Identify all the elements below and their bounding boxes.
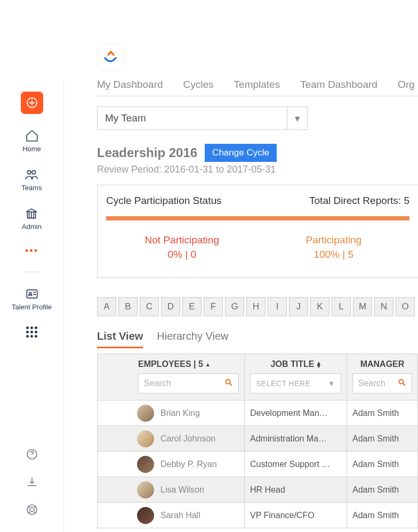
sidebar-item-home[interactable]: Home: [22, 129, 41, 153]
sidebar-item-label: Talent Profile: [12, 303, 52, 312]
job-title-cell: HR Head: [245, 477, 347, 502]
tab-cycles[interactable]: Cycles: [183, 79, 214, 91]
alpha-filter-k[interactable]: K: [310, 297, 329, 316]
admin-icon: [25, 207, 38, 220]
table-row[interactable]: Debby P. RyanCustomer Support …Adam Smit…: [98, 451, 418, 477]
alpha-filter-m[interactable]: M: [353, 297, 372, 316]
alpha-filter-l[interactable]: L: [332, 297, 351, 316]
table-row[interactable]: Lisa WilsonHR HeadAdam Smith: [98, 477, 418, 502]
team-select[interactable]: My Team ▾: [97, 107, 308, 130]
view-tabs: List View Hierarchy View: [97, 330, 418, 348]
sidebar-item-teams[interactable]: Teams: [21, 168, 42, 192]
more-icon[interactable]: •••: [25, 245, 38, 257]
search-icon: [398, 378, 406, 389]
avatar: [137, 456, 154, 473]
tab-list-view[interactable]: List View: [97, 330, 143, 348]
cycle-title: Leadership 2016: [97, 145, 197, 160]
profile-card-icon: [25, 287, 39, 301]
sort-icon[interactable]: ▴: [206, 363, 210, 366]
employee-name: Brian King: [160, 408, 200, 418]
avatar: [137, 507, 154, 524]
lifebuoy-icon[interactable]: [26, 503, 38, 516]
manager-cell: Adam Smith: [347, 452, 418, 477]
top-nav-tabs: My Dashboard Cycles Templates Team Dashb…: [97, 79, 418, 96]
tab-org-dashboard[interactable]: Org Dash: [398, 79, 418, 91]
employee-name: Debby P. Ryan: [160, 460, 217, 469]
alpha-filter-j[interactable]: J: [289, 297, 308, 316]
alpha-filter-c[interactable]: C: [140, 297, 159, 316]
employees-table: EMPLOYEES | 5 ▴ JOB TITLE: [97, 354, 418, 528]
job-title-cell: VP Finance/CFO: [245, 503, 347, 528]
col-header-employees[interactable]: EMPLOYEES | 5: [138, 359, 203, 369]
manager-search[interactable]: [352, 373, 412, 394]
avatar: [137, 405, 154, 422]
alphabet-filter: ABCDEFGHIJKLMNO: [97, 297, 418, 316]
apps-grid-icon[interactable]: [26, 326, 37, 338]
tab-hierarchy-view[interactable]: Hierarchy View: [157, 330, 228, 348]
teams-icon: [25, 168, 38, 182]
manager-cell: Adam Smith: [347, 477, 418, 502]
manager-search-input[interactable]: [358, 379, 398, 388]
alpha-filter-o[interactable]: O: [396, 297, 415, 316]
avatar: [137, 430, 154, 447]
review-period: Review Period: 2016-01-31 to 2017-05-31: [97, 164, 418, 175]
col-header-manager[interactable]: MANAGER: [360, 359, 405, 369]
job-title-cell: Administration Ma…: [245, 426, 347, 451]
participating-stat: Participating 100% | 5: [258, 233, 410, 261]
tab-templates[interactable]: Templates: [234, 79, 280, 91]
table-row[interactable]: Carol JohnsonAdministration Ma…Adam Smit…: [98, 425, 418, 451]
divider: [23, 272, 41, 272]
employees-search-input[interactable]: [144, 379, 224, 388]
status-heading: Cycle Participation Status: [106, 195, 222, 207]
table-row[interactable]: Sarah HallVP Finance/CFOAdam Smith: [98, 502, 418, 528]
sidebar: Home Teams Admin ••• Talent Profile: [0, 80, 64, 532]
alpha-filter-a[interactable]: A: [97, 297, 116, 316]
tab-team-dashboard[interactable]: Team Dashboard: [300, 79, 377, 91]
alpha-filter-g[interactable]: G: [225, 297, 244, 316]
svg-point-12: [399, 379, 404, 383]
alpha-filter-i[interactable]: I: [268, 297, 287, 316]
svg-rect-5: [27, 290, 37, 298]
add-button[interactable]: [21, 92, 43, 114]
sort-icon[interactable]: ▴▾: [317, 361, 320, 368]
sidebar-item-label: Home: [22, 145, 41, 153]
job-title-cell: Development Man…: [245, 400, 347, 425]
sidebar-item-talent-profile[interactable]: Talent Profile: [12, 287, 52, 312]
help-icon[interactable]: [26, 448, 38, 461]
table-row[interactable]: Brian KingDevelopment Man…Adam Smith: [98, 400, 418, 425]
team-select-value: My Team: [105, 112, 146, 124]
alpha-filter-h[interactable]: H: [246, 297, 266, 316]
chevron-down-icon: ▼: [328, 379, 335, 388]
alpha-filter-b[interactable]: B: [118, 297, 138, 316]
employee-name: Carol Johnson: [160, 434, 215, 444]
search-icon: [224, 378, 233, 389]
svg-line-13: [403, 383, 405, 386]
change-cycle-button[interactable]: Change Cycle: [205, 144, 277, 162]
svg-point-6: [29, 292, 31, 294]
avatar: [137, 481, 154, 498]
manager-cell: Adam Smith: [347, 503, 418, 528]
alpha-filter-n[interactable]: N: [374, 297, 393, 316]
employee-name: Lisa Wilson: [160, 485, 204, 495]
app-logo: [97, 44, 124, 70]
download-icon[interactable]: [26, 476, 38, 488]
total-direct-reports: Total Direct Reports: 5: [309, 195, 409, 207]
not-participating-stat: Not Participating 0% | 0: [106, 233, 258, 261]
svg-point-3: [28, 170, 31, 174]
job-title-filter[interactable]: SELECT HERE ▼: [250, 373, 341, 394]
manager-cell: Adam Smith: [347, 426, 418, 451]
svg-line-11: [230, 383, 232, 386]
alpha-filter-e[interactable]: E: [182, 297, 202, 316]
employee-name: Sarah Hall: [160, 511, 200, 520]
home-icon: [25, 129, 39, 143]
sidebar-item-admin[interactable]: Admin: [22, 207, 42, 231]
col-header-job-title[interactable]: JOB TITLE: [271, 359, 315, 369]
alpha-filter-d[interactable]: D: [161, 297, 180, 316]
alpha-filter-f[interactable]: F: [204, 297, 223, 316]
tab-my-dashboard[interactable]: My Dashboard: [97, 79, 163, 91]
employees-search[interactable]: [138, 373, 239, 394]
svg-point-4: [33, 170, 36, 174]
svg-point-10: [226, 379, 230, 383]
sidebar-item-label: Teams: [21, 184, 42, 192]
chevron-down-icon: ▾: [287, 107, 307, 129]
